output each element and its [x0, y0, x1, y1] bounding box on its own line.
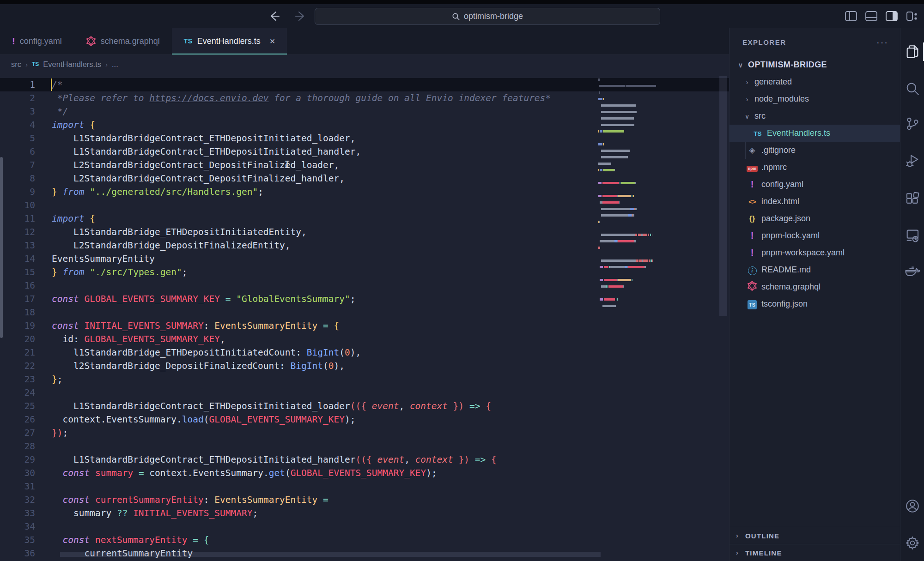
toggle-panel-icon[interactable] — [865, 11, 878, 22]
section-outline[interactable]: ›OUTLINE — [729, 527, 900, 544]
tree-item-README.md[interactable]: iREADME.md — [729, 261, 900, 278]
tree-item-node_modules[interactable]: ›node_modules — [729, 90, 900, 108]
tree-item-index.html[interactable]: <>index.html — [729, 193, 900, 210]
docker-icon[interactable] — [900, 259, 924, 284]
section-timeline[interactable]: ›TIMELINE — [729, 544, 900, 561]
code-line-28: 28 — [0, 440, 729, 453]
tree-item-OPTIMISM-BRIDGE[interactable]: ∨OPTIMISM-BRIDGE — [729, 56, 900, 73]
tree-item-EventHandlers.ts[interactable]: TSEventHandlers.ts — [729, 125, 900, 142]
forward-arrow-icon[interactable] — [294, 10, 308, 23]
html-icon: <> — [748, 198, 756, 205]
explorer-more-icon[interactable]: ··· — [876, 37, 888, 48]
breadcrumb-file[interactable]: EventHandlers.ts — [43, 60, 101, 69]
explorer-icon[interactable] — [900, 40, 924, 64]
back-arrow-icon[interactable] — [267, 10, 281, 23]
minimap-line — [598, 130, 656, 133]
tree-item-schema.graphql[interactable]: schema.graphql — [729, 278, 900, 296]
line-number: 10 — [0, 199, 35, 212]
graphql-icon — [747, 281, 757, 291]
tree-item-label: EventHandlers.ts — [767, 128, 830, 138]
run-debug-icon[interactable] — [900, 149, 924, 173]
line-number: 33 — [0, 507, 35, 520]
line-number: 14 — [0, 252, 35, 265]
search-icon — [452, 12, 460, 21]
line-number: 27 — [0, 426, 35, 440]
line-number: 21 — [0, 346, 35, 359]
source-control-icon[interactable] — [900, 112, 924, 136]
tree-item-label: .npmrc — [761, 163, 787, 172]
tree-item-generated[interactable]: ›generated — [729, 73, 900, 90]
search-icon[interactable] — [900, 77, 924, 101]
tab-label: EventHandlers.ts — [197, 36, 261, 46]
code-editor[interactable]: 1/*2 *Please refer to https://docs.envio… — [0, 74, 729, 561]
line-number: 15 — [0, 265, 35, 279]
tab-schema.graphql[interactable]: schema.graphql — [74, 28, 172, 54]
minimap-line — [598, 259, 656, 262]
account-icon[interactable] — [900, 494, 924, 518]
settings-gear-icon[interactable] — [900, 531, 924, 555]
line-number: 35 — [0, 533, 35, 547]
minimap[interactable] — [598, 78, 656, 337]
mouse-ibeam-cursor: I — [284, 159, 290, 170]
search-value: optimism-bridge — [464, 12, 523, 21]
tree-item-config.yaml[interactable]: !config.yaml — [729, 176, 900, 193]
close-icon[interactable]: × — [270, 36, 275, 47]
gitignore-icon: ◈ — [749, 146, 755, 155]
tree-item-.npmrc[interactable]: npm.npmrc — [729, 159, 900, 176]
breadcrumb-src[interactable]: src — [11, 60, 21, 69]
breadcrumb-symbol[interactable]: ... — [112, 60, 118, 69]
tab-EventHandlers.ts[interactable]: TSEventHandlers.ts× — [172, 28, 287, 54]
code-line-27: 27}); — [0, 426, 729, 440]
tree-item-pnpm-workspace.yaml[interactable]: !pnpm-workspace.yaml — [729, 244, 900, 261]
breadcrumb[interactable]: src › TS EventHandlers.ts › ... — [0, 54, 729, 74]
readme-info-icon: i — [748, 266, 757, 275]
line-number: 30 — [0, 466, 35, 480]
tab-label: config.yaml — [20, 36, 62, 46]
remote-explorer-icon[interactable] — [900, 223, 924, 247]
line-number: 36 — [0, 547, 35, 560]
minimap-line — [598, 195, 656, 197]
graphql-icon — [86, 36, 96, 46]
minimap-line — [598, 214, 656, 217]
line-number: 4 — [0, 118, 35, 132]
tree-item-pnpm-lock.yaml[interactable]: !pnpm-lock.yaml — [729, 227, 900, 244]
yaml-warning-icon: ! — [751, 247, 754, 258]
minimap-line — [598, 279, 656, 281]
line-number: 17 — [0, 292, 35, 306]
minimap-line — [598, 137, 656, 139]
tree-item-package.json[interactable]: {}package.json — [729, 210, 900, 227]
line-number: 23 — [0, 373, 35, 386]
code-line-35: 35 const nextSummaryEntity = { — [0, 533, 729, 547]
indent-guide — [745, 142, 746, 159]
breadcrumb-separator: › — [25, 60, 28, 68]
chevron-right-icon: › — [742, 96, 752, 103]
minimap-line — [598, 285, 656, 288]
left-edge-scroll-sliver — [0, 157, 3, 338]
line-number: 22 — [0, 359, 35, 373]
chevron-right-icon: › — [729, 549, 745, 556]
customize-layout-icon[interactable] — [906, 11, 918, 22]
tab-bar: !config.yamlschema.graphqlTSEventHandler… — [0, 28, 729, 54]
line-number: 5 — [0, 132, 35, 145]
line-number: 2 — [0, 91, 35, 105]
minimap-line — [598, 234, 656, 236]
line-number: 12 — [0, 225, 35, 239]
toggle-primary-sidebar-icon[interactable] — [845, 11, 857, 22]
horizontal-scrollbar[interactable] — [60, 552, 601, 557]
minimap-line — [598, 240, 656, 242]
vertical-scrollbar[interactable] — [719, 76, 727, 316]
command-center-search[interactable]: optimism-bridge — [315, 8, 660, 25]
tree-item-src[interactable]: ∨src — [729, 108, 900, 125]
tree-item-label: generated — [754, 77, 792, 87]
minimap-line — [598, 143, 656, 145]
line-number: 26 — [0, 413, 35, 426]
explorer-sidebar: EXPLORER ··· ∨OPTIMISM-BRIDGE›generated›… — [729, 28, 900, 561]
tree-item-.gitignore[interactable]: ◈.gitignore — [729, 142, 900, 159]
tree-item-tsconfig.json[interactable]: TStsconfig.json — [729, 296, 900, 313]
minimap-line — [598, 85, 656, 87]
extensions-icon[interactable] — [900, 187, 924, 211]
toggle-secondary-sidebar-icon[interactable] — [885, 11, 898, 22]
tab-config.yaml[interactable]: !config.yaml — [0, 28, 74, 54]
chevron-down-icon: ∨ — [742, 113, 752, 120]
line-number: 6 — [0, 145, 35, 158]
